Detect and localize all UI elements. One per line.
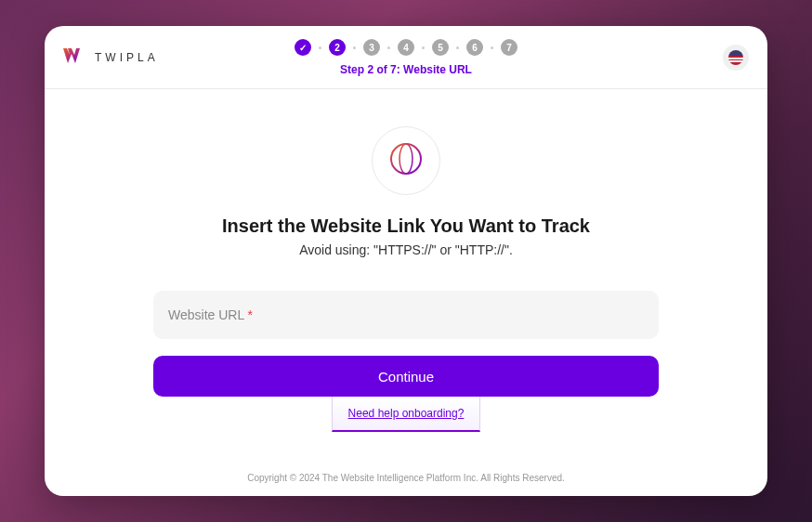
step-2: 2	[329, 39, 346, 56]
help-container: Need help onboarding?	[332, 397, 480, 432]
logo-text: TWIPLA	[95, 51, 159, 64]
globe-container	[372, 126, 440, 195]
stepper-container: 2 3 4 5 6 7 Step 2 of 7: Website URL	[295, 39, 517, 76]
page-subheading: Avoid using: "HTTPS://" or "HTTP://".	[299, 242, 513, 257]
step-5: 5	[432, 39, 449, 56]
footer: Copyright © 2024 The Website Intelligenc…	[45, 460, 767, 496]
step-label: Step 2 of 7: Website URL	[340, 63, 472, 76]
header: TWIPLA 2 3 4 5 6 7 Step 2 of 7: Website …	[45, 26, 767, 89]
step-separator	[456, 46, 459, 49]
step-4: 4	[398, 39, 414, 56]
stepper: 2 3 4 5 6 7	[295, 39, 517, 56]
url-input-label-text: Website URL	[168, 307, 244, 322]
url-input[interactable]	[253, 307, 644, 322]
step-6: 6	[466, 39, 483, 56]
step-separator	[319, 46, 321, 49]
content: Insert the Website Link You Want to Trac…	[45, 89, 767, 460]
onboarding-card: TWIPLA 2 3 4 5 6 7 Step 2 of 7: Website …	[45, 26, 767, 496]
logo: TWIPLA	[63, 48, 159, 67]
url-input-label: Website URL *	[168, 307, 253, 322]
url-input-wrapper[interactable]: Website URL *	[153, 291, 659, 339]
flag-icon	[728, 50, 743, 65]
step-1	[295, 39, 311, 56]
step-separator	[491, 46, 493, 49]
globe-icon	[388, 141, 424, 180]
step-7: 7	[501, 39, 517, 56]
step-separator	[422, 46, 425, 49]
logo-icon	[63, 48, 85, 67]
language-selector[interactable]	[723, 45, 749, 71]
page-heading: Insert the Website Link You Want to Trac…	[222, 215, 590, 237]
continue-button[interactable]: Continue	[153, 356, 659, 397]
step-separator	[387, 46, 390, 49]
step-separator	[353, 46, 356, 49]
help-link[interactable]: Need help onboarding?	[348, 407, 465, 420]
step-3: 3	[363, 39, 380, 56]
